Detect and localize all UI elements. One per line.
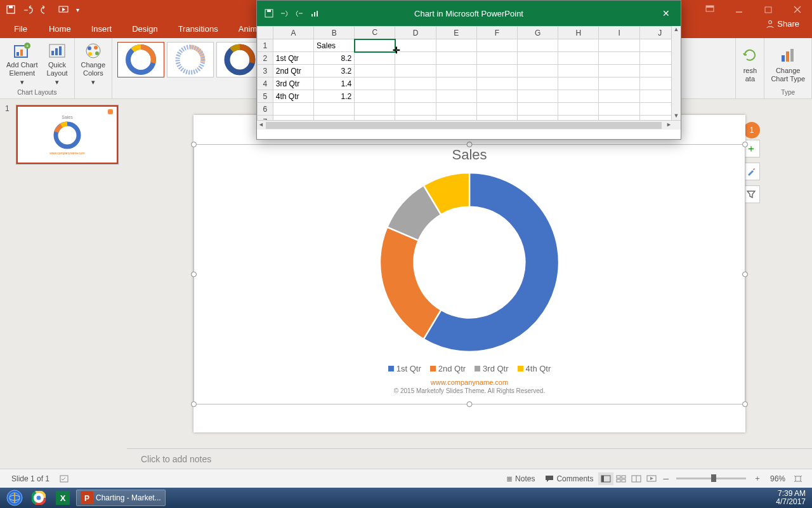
start-button[interactable] [3, 489, 27, 507]
cell[interactable] [558, 39, 599, 52]
maximize-icon[interactable] [754, 0, 783, 19]
cell[interactable] [314, 103, 355, 116]
cell[interactable] [355, 65, 395, 77]
cell[interactable] [599, 52, 639, 65]
col-header[interactable]: B [314, 27, 355, 39]
cell[interactable] [476, 77, 517, 90]
cell[interactable] [436, 39, 476, 52]
cell[interactable] [355, 77, 395, 90]
minimize-icon[interactable] [724, 0, 754, 19]
cell[interactable]: 1.4 [314, 77, 355, 90]
zoom-level[interactable]: 96% [765, 474, 790, 483]
cell[interactable] [355, 90, 395, 103]
row-header[interactable]: 5 [258, 90, 273, 103]
fit-window-button[interactable] [790, 472, 806, 485]
refresh-data-button[interactable]: resh ata [738, 41, 761, 87]
tab-transitions[interactable]: Transitions [168, 19, 228, 38]
cell[interactable] [476, 65, 517, 77]
notes-pane[interactable]: Click to add notes [127, 448, 812, 469]
taskbar-powerpoint[interactable]: P Charting - Market... [76, 490, 166, 506]
cell[interactable] [436, 90, 476, 103]
cell[interactable] [518, 103, 558, 116]
col-header[interactable]: E [436, 27, 476, 39]
excel-close-button[interactable]: ✕ [652, 1, 681, 26]
resize-handle[interactable] [467, 142, 473, 147]
cell[interactable] [518, 77, 558, 90]
cell[interactable] [355, 39, 395, 52]
chart-style-2[interactable] [167, 42, 214, 77]
excel-titlebar[interactable]: Chart in Microsoft PowerPoint ✕ [257, 1, 681, 26]
taskbar-excel[interactable]: X [52, 490, 74, 506]
cell[interactable] [476, 90, 517, 103]
col-header[interactable]: D [395, 27, 436, 39]
row-header[interactable]: 3 [258, 65, 273, 77]
cell[interactable] [599, 77, 639, 90]
cell[interactable] [558, 90, 599, 103]
tab-design[interactable]: Design [122, 19, 167, 38]
cell[interactable] [273, 39, 313, 52]
zoom-slider[interactable] [676, 478, 746, 479]
slide-thumbnail-1[interactable]: Sales www.companyname.com [16, 105, 118, 164]
normal-view-button[interactable] [598, 472, 613, 485]
excel-grid[interactable]: ABCDEFGHIJ1Sales21st Qtr8.232nd Qtr3.243… [257, 26, 681, 130]
cell[interactable] [273, 103, 313, 116]
cell[interactable] [518, 90, 558, 103]
sorter-view-button[interactable] [613, 472, 629, 485]
notes-button[interactable]: ≣ Notes [501, 474, 540, 483]
cell[interactable] [395, 103, 436, 116]
donut-segment[interactable] [380, 227, 441, 339]
tab-home[interactable]: Home [39, 19, 81, 38]
cell[interactable] [558, 77, 599, 90]
cell[interactable]: Sales [314, 39, 355, 52]
undo-icon[interactable] [23, 5, 33, 14]
excel-chart-icon[interactable] [310, 9, 319, 18]
cell[interactable] [476, 39, 517, 52]
col-header[interactable]: A [273, 27, 313, 39]
excel-v-scrollbar[interactable]: ▲ ▼ [671, 26, 681, 120]
cell[interactable]: 2nd Qtr [273, 65, 313, 77]
change-colors-button[interactable]: Change Colors ▾ [77, 41, 110, 87]
cell[interactable] [518, 39, 558, 52]
cell[interactable] [599, 103, 639, 116]
spellcheck-icon[interactable] [55, 474, 75, 483]
cell[interactable]: 3rd Qtr [273, 77, 313, 90]
cell[interactable] [395, 39, 436, 52]
resize-handle[interactable] [742, 272, 748, 277]
comments-button[interactable]: Comments [540, 474, 598, 483]
cell[interactable] [476, 103, 517, 116]
resize-handle[interactable] [467, 401, 473, 407]
reading-view-button[interactable] [629, 472, 644, 485]
resize-handle[interactable] [191, 272, 197, 277]
quick-layout-button[interactable]: Quick Layout ▾ [43, 41, 72, 87]
cell[interactable]: 3.2 [314, 65, 355, 77]
cell[interactable] [518, 52, 558, 65]
cell[interactable] [599, 65, 639, 77]
qat-more-icon[interactable]: ▾ [76, 6, 79, 13]
cell[interactable] [395, 90, 436, 103]
excel-undo-icon[interactable] [280, 9, 289, 18]
cell[interactable] [436, 77, 476, 90]
share-button[interactable]: Share [759, 19, 806, 29]
cell[interactable] [355, 52, 395, 65]
row-header[interactable]: 2 [258, 52, 273, 65]
cell[interactable] [558, 52, 599, 65]
cell[interactable] [395, 65, 436, 77]
redo-icon[interactable] [41, 5, 51, 14]
cell[interactable] [436, 52, 476, 65]
system-clock[interactable]: 7:39 AM 4/7/2017 [776, 490, 812, 506]
col-header[interactable]: I [599, 27, 639, 39]
cell[interactable] [599, 90, 639, 103]
cell[interactable] [518, 65, 558, 77]
chart-data-window[interactable]: Chart in Microsoft PowerPoint ✕ ABCDEFGH… [256, 0, 681, 140]
col-header[interactable]: G [518, 27, 558, 39]
cell[interactable] [476, 52, 517, 65]
resize-handle[interactable] [191, 142, 197, 147]
change-chart-type-button[interactable]: Change Chart Type [767, 41, 809, 87]
taskbar-chrome[interactable] [28, 490, 49, 506]
cell[interactable] [395, 77, 436, 90]
row-header[interactable]: 1 [258, 39, 273, 52]
resize-handle[interactable] [742, 142, 748, 147]
donut-chart[interactable] [374, 167, 565, 358]
slideshow-icon[interactable] [58, 5, 69, 14]
col-header[interactable]: C [355, 27, 395, 39]
